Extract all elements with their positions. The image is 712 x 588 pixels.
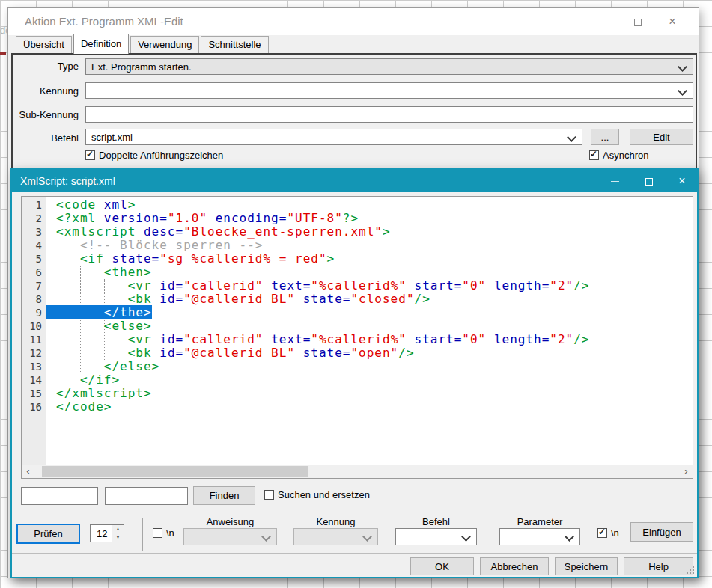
separator [142, 518, 143, 551]
code-line[interactable]: 2<?xml version="1.0" encoding="UTF-8"?> [22, 212, 693, 225]
browse-button[interactable]: ... [591, 129, 619, 145]
newline-right-label: \n [611, 527, 619, 539]
close-icon: × [669, 15, 675, 28]
xmlscript-window: XmlScript: script.xml × 1<code xml>2<?xm… [10, 168, 699, 578]
suchen-label: Suchen und ersetzen [278, 489, 370, 500]
type-dropdown[interactable]: Ext. Programm starten. [85, 58, 693, 75]
befehl-value: script.xml [91, 132, 133, 143]
checkbox-icon [589, 150, 599, 160]
code-text: <bk id="@callerid BL" state="closed"/> [56, 292, 430, 306]
maximize-icon [645, 178, 653, 186]
checkbox-icon [264, 490, 274, 500]
sub-kennung-label: Sub-Kennung [13, 109, 79, 120]
finden-button[interactable]: Finden [193, 486, 255, 505]
abbrechen-button[interactable]: Abbrechen [480, 557, 549, 575]
code-line[interactable]: 9 </the> [22, 306, 693, 319]
line-number: 16 [22, 400, 46, 414]
code-line[interactable]: 10 <else> [22, 319, 693, 333]
befehl-label: Befehl [13, 132, 79, 144]
code-line[interactable]: 3<xmlscript desc="Bloecke_ent-sperren.xm… [22, 225, 693, 239]
close-button[interactable]: × [661, 13, 684, 30]
horizontal-scrollbar[interactable]: ‹ › [22, 465, 693, 478]
replace-input[interactable] [105, 487, 188, 505]
suchen-und-ersetzen-checkbox[interactable]: Suchen und ersetzen [264, 489, 370, 500]
speichern-button[interactable]: Speichern [555, 557, 618, 575]
doppelte-anfuehrungszeichen-checkbox[interactable]: Doppelte Anführungszeichen [85, 150, 223, 161]
tab-schnittstelle[interactable]: Schnittstelle [201, 36, 268, 53]
ok-button[interactable]: OK [410, 557, 474, 575]
kennung-tool-dropdown[interactable] [293, 528, 378, 545]
kennung-label: Kennung [13, 85, 79, 97]
separator [12, 553, 697, 554]
chevron-down-icon [461, 532, 471, 542]
desktop-background: den Aktion Ext. Programm XML-Edit × Über… [0, 0, 712, 588]
xml-close-button[interactable]: × [672, 173, 693, 189]
chevron-down-icon [565, 532, 574, 542]
code-text: <vr id="callerid" text="%callerid%" star… [56, 332, 589, 346]
type-label: Type [13, 61, 79, 72]
tab-bar: Übersicht Definition Verwendung Schnitts… [16, 37, 270, 53]
code-line[interactable]: 11 <vr id="callerid" text="%callerid%" s… [22, 333, 693, 346]
minimize-button[interactable] [588, 13, 610, 30]
checkbox-icon [153, 528, 162, 538]
edit-button[interactable]: Edit [630, 129, 693, 145]
scroll-left-icon[interactable]: ‹ [22, 465, 34, 478]
newline-right-checkbox[interactable]: \n [597, 527, 619, 539]
asynchron-checkbox[interactable]: Asynchron [589, 150, 648, 161]
pruefen-button[interactable]: Prüfen [16, 524, 80, 544]
tab-definition[interactable]: Definition [73, 34, 129, 54]
code-line[interactable]: 6 <then> [22, 266, 693, 279]
main-titlebar[interactable]: Aktion Ext. Programm XML-Edit × [8, 8, 699, 35]
code-text: <else> [56, 319, 152, 333]
resize-grip[interactable] [686, 566, 696, 575]
doppelte-label: Doppelte Anführungszeichen [99, 150, 223, 161]
code-lines: 1<code xml>2<?xml version="1.0" encoding… [22, 198, 693, 414]
chevron-down-icon [362, 532, 372, 542]
tab-uebersicht[interactable]: Übersicht [16, 36, 72, 53]
close-icon: × [678, 174, 685, 187]
code-line[interactable]: 1<code xml> [22, 198, 693, 212]
spin-down-icon[interactable]: ▼ [112, 533, 124, 542]
line-number: 15 [22, 387, 46, 400]
maximize-icon [634, 19, 642, 26]
scroll-right-icon[interactable]: › [680, 465, 693, 478]
code-text: <xmlscript desc="Bloecke_ent-sperren.xml… [56, 224, 391, 239]
code-line[interactable]: 14 </if> [22, 373, 693, 387]
line-number: 14 [22, 373, 46, 387]
asynchron-label: Asynchron [603, 150, 648, 161]
code-line[interactable]: 15</xmlscript> [22, 387, 693, 400]
newline-left-checkbox[interactable]: \n [153, 527, 174, 539]
line-number-spinner[interactable]: 12 ▲ ▼ [90, 524, 124, 542]
minimize-icon [611, 181, 619, 182]
kennung-dropdown[interactable] [85, 82, 693, 99]
find-input[interactable] [21, 487, 98, 505]
befehl-dropdown[interactable]: script.xml [85, 129, 582, 145]
help-button[interactable]: Help [624, 557, 693, 575]
xmlscript-titlebar[interactable]: XmlScript: script.xml × [12, 170, 697, 192]
anweisung-dropdown[interactable] [183, 528, 277, 545]
code-line[interactable]: 4 <!-- Blöcke sperren --> [22, 239, 693, 252]
parameter-dd-label: Parameter [499, 516, 580, 527]
code-line[interactable]: 13 </else> [22, 360, 693, 373]
sub-kennung-field[interactable] [85, 106, 693, 123]
parameter-tool-dropdown[interactable] [499, 528, 580, 545]
code-line[interactable]: 8 <bk id="@callerid BL" state="closed"/> [22, 293, 693, 306]
chevron-down-icon [678, 62, 687, 72]
code-line[interactable]: 5 <if state="sg %callerid% = red"> [22, 252, 693, 266]
xml-code-editor[interactable]: 1<code xml>2<?xml version="1.0" encoding… [21, 196, 693, 479]
line-number: 10 [22, 319, 46, 333]
scrollbar-thumb[interactable] [42, 466, 308, 477]
main-window-title: Aktion Ext. Programm XML-Edit [25, 15, 183, 28]
line-number: 1 [22, 198, 46, 212]
code-text: </if> [56, 373, 120, 387]
code-line[interactable]: 16</code> [22, 400, 693, 414]
code-line[interactable]: 7 <vr id="callerid" text="%callerid%" st… [22, 279, 693, 293]
tab-verwendung[interactable]: Verwendung [130, 36, 199, 53]
einfuegen-button[interactable]: Einfügen [630, 522, 693, 542]
maximize-button[interactable] [627, 13, 649, 30]
befehl-tool-dropdown[interactable] [395, 528, 477, 545]
code-line[interactable]: 12 <bk id="@callerid BL" state="open"/> [22, 346, 693, 360]
xml-minimize-button[interactable] [604, 173, 625, 189]
xml-maximize-button[interactable] [639, 173, 660, 189]
befehl-dd-label: Befehl [395, 516, 477, 527]
